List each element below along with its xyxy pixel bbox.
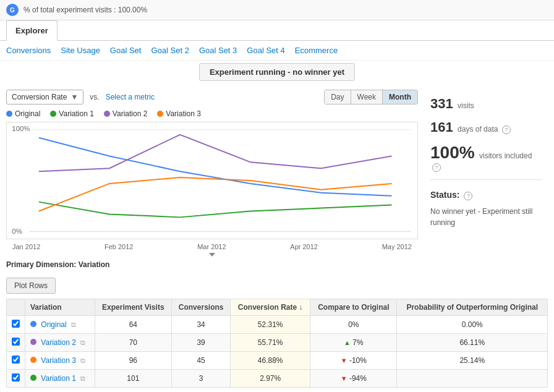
copy-icon[interactable]: ⧉ <box>80 357 85 364</box>
svg-text:0%: 0% <box>12 228 22 235</box>
legend-variation3: Variation 3 <box>157 109 200 118</box>
row-variation-cell: Variation 3 ⧉ <box>25 352 95 370</box>
nav-tab-ecommerce[interactable]: Ecommerce <box>295 46 338 55</box>
x-axis-labels: Jan 2012 Feb 2012 Mar 2012 Apr 2012 May … <box>6 242 418 252</box>
nav-tab-conversions[interactable]: Conversions <box>6 46 51 55</box>
row-checkbox-cell[interactable] <box>7 352 25 370</box>
th-rate: Conversion Rate ↓ <box>231 299 310 316</box>
nav-tab-goal-set-2[interactable]: Goal Set 2 <box>151 46 189 55</box>
select-metric-link[interactable]: Select a metric <box>106 93 155 101</box>
nav-tab-site-usage[interactable]: Site Usage <box>61 46 100 55</box>
row-compare: ▼ -94% <box>310 370 397 388</box>
status-section: Status: ? No winner yet - Experiment sti… <box>430 190 542 228</box>
row-checkbox-cell[interactable] <box>7 370 25 388</box>
row-variation-cell: Original ⧉ <box>25 316 95 334</box>
copy-icon[interactable]: ⧉ <box>80 339 85 346</box>
metric-label: Conversion Rate <box>12 93 67 101</box>
svg-text:100%: 100% <box>12 125 30 132</box>
row-checkbox[interactable] <box>12 356 20 364</box>
time-btn-day[interactable]: Day <box>325 90 351 104</box>
status-label: Status: <box>430 190 459 200</box>
th-conversions: Conversions <box>172 299 231 316</box>
metric-dropdown[interactable]: Conversion Rate ▼ <box>6 90 83 104</box>
legend-dot-variation1 <box>50 111 56 117</box>
right-panel: 331 visits 161 days of data ? 100% visit… <box>424 90 548 271</box>
status-help-icon[interactable]: ? <box>464 192 472 200</box>
legend-label-variation1: Variation 1 <box>59 109 93 118</box>
row-probability: 0.00% <box>397 316 548 334</box>
divider <box>430 179 542 180</box>
th-checkbox <box>7 299 25 316</box>
row-visits: 70 <box>95 334 172 352</box>
row-checkbox[interactable] <box>12 338 20 346</box>
row-checkbox[interactable] <box>12 320 20 328</box>
th-variation: Variation <box>25 299 95 316</box>
variation-dot <box>30 375 36 381</box>
variation-name[interactable]: Variation 2 <box>41 338 75 347</box>
ga-icon: G <box>6 4 19 16</box>
row-checkbox-cell[interactable] <box>7 316 25 334</box>
nav-tab-goal-set-3[interactable]: Goal Set 3 <box>199 46 237 55</box>
visitors-pct: 100% <box>430 143 475 162</box>
copy-icon[interactable]: ⧉ <box>80 375 85 382</box>
row-variation-cell: Variation 1 ⧉ <box>25 370 95 388</box>
row-probability: 25.14% <box>397 352 548 370</box>
tab-explorer[interactable]: Explorer <box>6 20 58 41</box>
chart-section: Conversion Rate ▼ vs. Select a metric Da… <box>6 90 418 271</box>
variation-name[interactable]: Variation 1 <box>41 374 75 383</box>
tooltip-bar: Experiment running - no winner yet <box>0 63 554 81</box>
legend-label-original: Original <box>15 109 40 118</box>
status-text: No winner yet - Experiment still running <box>430 206 542 228</box>
legend-dot-variation2 <box>104 111 110 117</box>
variation-dot <box>30 357 36 363</box>
row-conversions: 3 <box>172 370 231 388</box>
row-visits: 101 <box>95 370 172 388</box>
table-header-row: Variation Experiment Visits Conversions … <box>7 299 548 316</box>
chart-svg: 100% 0% <box>7 122 417 239</box>
chart-controls: Conversion Rate ▼ vs. Select a metric Da… <box>6 90 418 104</box>
primary-dim-value: Variation <box>79 260 110 269</box>
time-buttons: Day Week Month <box>324 90 418 104</box>
row-compare: ▲ 7% <box>310 334 397 352</box>
row-probability <box>397 370 548 388</box>
days-stat: 161 days of data ? <box>430 119 542 135</box>
row-rate: 2.97% <box>231 370 310 388</box>
variation-name[interactable]: Original <box>41 320 66 329</box>
primary-dimension: Primary Dimension: Variation <box>6 258 418 271</box>
row-compare: ▼ -10% <box>310 352 397 370</box>
legend-variation1: Variation 1 <box>50 109 93 118</box>
row-rate: 55.71% <box>231 334 310 352</box>
bottom-section: Plot Rows Variation Experiment Visits Co… <box>0 278 554 392</box>
th-probability: Probability of Outperforming Original <box>397 299 548 316</box>
row-conversions: 45 <box>172 352 231 370</box>
main-content: Conversion Rate ▼ vs. Select a metric Da… <box>0 83 554 278</box>
time-btn-month[interactable]: Month <box>383 90 417 104</box>
variation-dot <box>30 321 36 327</box>
row-rate: 52.31% <box>231 316 310 334</box>
plot-rows-button[interactable]: Plot Rows <box>6 278 56 294</box>
data-table: Variation Experiment Visits Conversions … <box>6 299 548 388</box>
row-checkbox[interactable] <box>12 373 20 381</box>
nav-tab-goal-set[interactable]: Goal Set <box>110 46 142 55</box>
visitors-help-icon[interactable]: ? <box>432 163 441 172</box>
legend-original: Original <box>6 109 40 118</box>
top-bar: G % of total experiment visits : 100.00% <box>0 0 554 20</box>
x-label-mar: Mar 2012 <box>197 243 226 250</box>
variation-name[interactable]: Variation 3 <box>41 356 75 365</box>
copy-icon[interactable]: ⧉ <box>71 321 76 328</box>
visitors-label: visitors included <box>479 151 532 160</box>
row-checkbox-cell[interactable] <box>7 334 25 352</box>
row-conversions: 39 <box>172 334 231 352</box>
vs-label: vs. <box>90 93 99 101</box>
visitors-stat: 100% visitors included ? <box>430 143 542 172</box>
nav-tab-goal-set-4[interactable]: Goal Set 4 <box>247 46 284 55</box>
scroll-arrow-icon[interactable] <box>209 253 215 257</box>
up-arrow-icon: ▲ <box>344 339 351 346</box>
legend-label-variation2: Variation 2 <box>113 109 147 118</box>
scroll-indicator[interactable] <box>6 253 418 257</box>
legend-variation2: Variation 2 <box>104 109 147 118</box>
days-help-icon[interactable]: ? <box>502 126 511 134</box>
days-label: days of data <box>458 125 498 134</box>
time-btn-week[interactable]: Week <box>351 90 383 104</box>
chart-area: 100% 0% <box>6 122 418 239</box>
